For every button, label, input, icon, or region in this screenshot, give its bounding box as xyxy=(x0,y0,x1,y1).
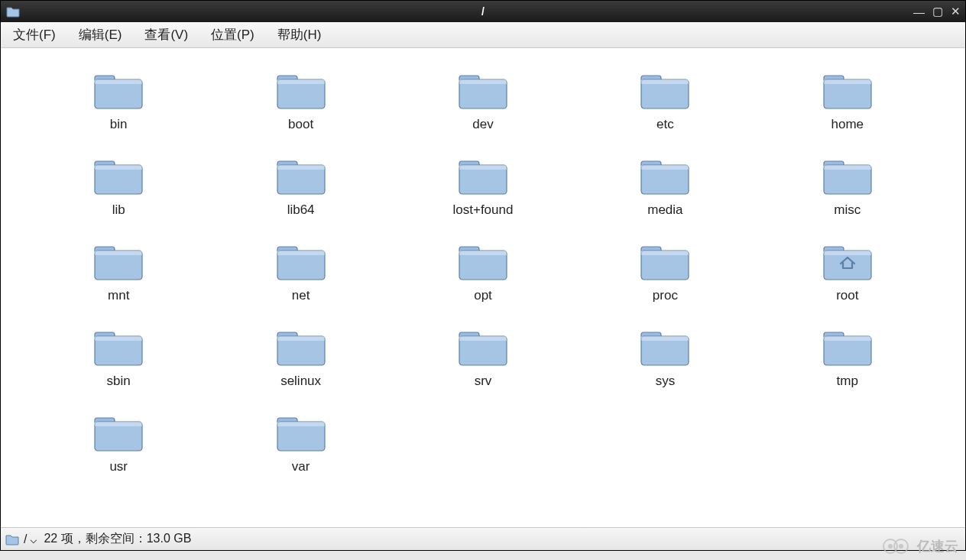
folder-label: mnt xyxy=(108,288,129,303)
folder-icon xyxy=(638,238,692,283)
svg-rect-23 xyxy=(277,251,325,255)
folder-mnt[interactable]: mnt xyxy=(31,235,206,306)
folder-net[interactable]: net xyxy=(213,235,387,306)
folder-label: selinux xyxy=(280,374,321,389)
minimize-button[interactable]: — xyxy=(913,5,925,18)
folder-home[interactable]: home xyxy=(760,63,935,135)
menu-view[interactable]: 查看(V) xyxy=(140,24,193,45)
folder-label: lib xyxy=(112,202,125,218)
folder-icon xyxy=(456,152,510,198)
folder-sys[interactable]: sys xyxy=(578,320,752,392)
folder-icon xyxy=(274,152,328,198)
folder-icon xyxy=(274,66,328,112)
titlebar-folder-icon xyxy=(5,4,21,19)
close-button[interactable]: ✕ xyxy=(951,5,961,18)
folder-icon xyxy=(821,152,874,198)
folder-label: var xyxy=(292,459,310,474)
svg-rect-35 xyxy=(459,336,507,341)
svg-rect-1 xyxy=(95,79,142,84)
menu-edit[interactable]: 编辑(E) xyxy=(74,24,127,45)
svg-rect-27 xyxy=(641,251,689,255)
menu-file[interactable]: 文件(F) xyxy=(8,24,60,45)
folder-etc[interactable]: etc xyxy=(578,63,752,135)
folder-label: media xyxy=(647,202,682,218)
status-path[interactable]: / xyxy=(24,532,27,546)
folder-icon xyxy=(274,409,328,455)
svg-rect-19 xyxy=(824,165,871,170)
svg-rect-11 xyxy=(95,165,142,170)
folder-label: home xyxy=(831,117,864,132)
folder-opt[interactable]: opt xyxy=(396,235,570,306)
folder-label: usr xyxy=(109,459,128,474)
svg-rect-29 xyxy=(824,251,871,255)
svg-rect-25 xyxy=(459,251,507,255)
folder-icon xyxy=(638,152,692,198)
folder-grid: binbootdevetchomeliblib64lost+foundmedia… xyxy=(1,48,965,485)
svg-rect-21 xyxy=(95,251,142,255)
folder-lost-found[interactable]: lost+found xyxy=(396,149,570,221)
status-dropdown-icon[interactable]: ⌵ xyxy=(30,532,37,546)
folder-label: boot xyxy=(288,117,313,132)
svg-rect-13 xyxy=(277,165,325,170)
maximize-button[interactable]: ▢ xyxy=(932,5,943,18)
svg-rect-41 xyxy=(95,422,142,426)
svg-rect-3 xyxy=(277,79,325,84)
folder-label: proc xyxy=(653,288,678,303)
folder-bin[interactable]: bin xyxy=(31,63,206,135)
folder-icon xyxy=(92,152,145,198)
folder-label: sys xyxy=(656,374,676,389)
folder-icon xyxy=(456,238,510,283)
folder-icon xyxy=(92,238,145,283)
folder-label: root xyxy=(836,288,858,303)
folder-icon xyxy=(92,409,145,455)
status-text: 22 项，剩余空间：13.0 GB xyxy=(44,531,191,547)
file-manager-window: / — ▢ ✕ 文件(F) 编辑(E) 查看(V) 位置(P) 帮助(H) bi… xyxy=(0,0,966,551)
folder-icon xyxy=(274,323,328,369)
folder-label: misc xyxy=(834,202,861,218)
folder-label: tmp xyxy=(837,374,858,389)
folder-boot[interactable]: boot xyxy=(213,63,387,135)
folder-icon xyxy=(821,238,874,283)
status-folder-icon[interactable] xyxy=(4,531,21,548)
svg-rect-37 xyxy=(641,336,689,341)
folder-icon xyxy=(821,323,874,369)
folder-icon xyxy=(821,66,874,112)
folder-icon xyxy=(456,323,510,369)
folder-usr[interactable]: usr xyxy=(31,406,206,477)
folder-dev[interactable]: dev xyxy=(396,63,570,135)
folder-tmp[interactable]: tmp xyxy=(760,320,935,392)
folder-proc[interactable]: proc xyxy=(578,235,752,306)
folder-label: lost+found xyxy=(453,202,514,218)
folder-icon xyxy=(92,66,145,112)
watermark-text: 亿速云 xyxy=(917,537,958,555)
folder-root[interactable]: root xyxy=(760,235,935,306)
folder-var[interactable]: var xyxy=(213,406,387,477)
svg-rect-39 xyxy=(824,336,871,341)
folder-label: bin xyxy=(110,117,128,132)
menu-place[interactable]: 位置(P) xyxy=(206,24,259,45)
content-area[interactable]: binbootdevetchomeliblib64lost+foundmedia… xyxy=(1,48,965,527)
folder-label: dev xyxy=(472,117,493,132)
folder-misc[interactable]: misc xyxy=(760,149,935,221)
folder-selinux[interactable]: selinux xyxy=(213,320,387,392)
menu-help[interactable]: 帮助(H) xyxy=(273,24,326,45)
folder-icon xyxy=(274,238,328,283)
menubar: 文件(F) 编辑(E) 查看(V) 位置(P) 帮助(H) xyxy=(1,22,965,48)
folder-label: net xyxy=(292,288,310,303)
folder-media[interactable]: media xyxy=(578,149,752,221)
watermark: 亿速云 xyxy=(882,537,958,555)
folder-sbin[interactable]: sbin xyxy=(31,320,206,392)
svg-point-47 xyxy=(899,544,903,549)
statusbar: / ⌵ 22 项，剩余空间：13.0 GB xyxy=(1,527,965,550)
folder-lib64[interactable]: lib64 xyxy=(213,149,387,221)
svg-rect-31 xyxy=(95,336,142,341)
folder-label: etc xyxy=(656,117,674,132)
svg-rect-9 xyxy=(824,79,871,84)
titlebar[interactable]: / — ▢ ✕ xyxy=(1,1,965,22)
window-title: / xyxy=(1,5,965,18)
folder-lib[interactable]: lib xyxy=(31,149,206,221)
folder-label: sbin xyxy=(107,374,131,389)
folder-label: srv xyxy=(475,374,492,389)
folder-icon xyxy=(456,66,510,112)
folder-srv[interactable]: srv xyxy=(396,320,570,392)
